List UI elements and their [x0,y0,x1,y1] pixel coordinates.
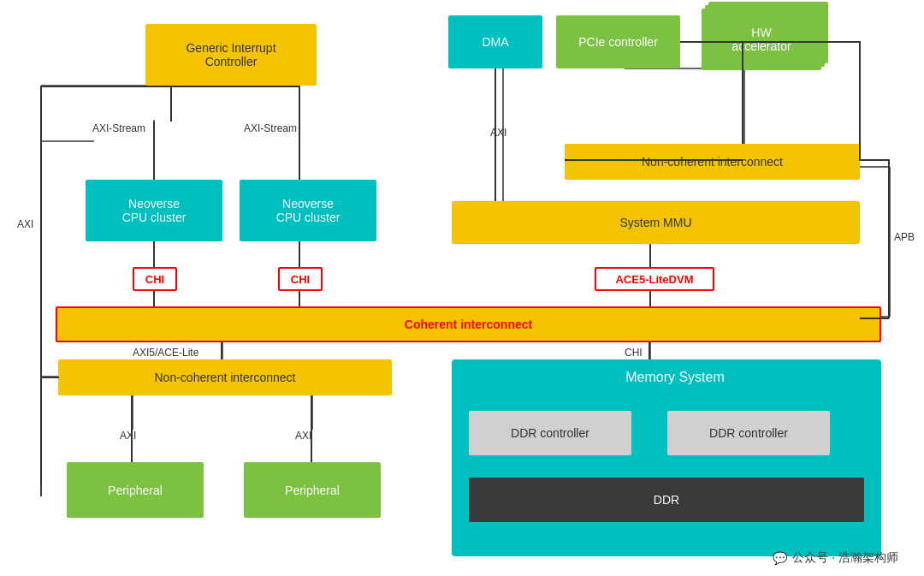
non-coherent-bottom-label: Non-coherent interconnect [155,371,296,384]
axi-top-label: AXI [490,127,506,139]
line-coherent-noncoherent [221,342,222,359]
line-pcie-right [680,41,860,43]
line-noncoherent-vert [742,41,743,144]
line-cpu2-chi [299,241,300,267]
line-noncoh-peripheral1 [131,395,133,462]
chi2-badge: CHI [278,267,323,291]
line-apb-vert [888,159,890,318]
peripheral1-box: Peripheral [67,462,204,518]
line-gic-left [170,86,172,122]
line-cpu1-chi [153,241,155,267]
line-axi-gic [40,86,171,87]
cpu2-box: NeoverseCPU cluster [240,180,376,241]
dma-label: DMA [482,35,508,49]
line-dma-mmu [495,68,496,201]
ddr-label: DDR [654,493,679,507]
axi-stream1-label: AXI-Stream [92,122,145,134]
system-mmu-label: System MMU [620,216,692,229]
peripheral2-box: Peripheral [244,462,381,518]
line-chi1-coherent [153,291,155,306]
line-cpu2-top [299,122,300,180]
line-apb-top [860,159,889,161]
watermark-text: 公众号 · 浩瀚架构师 [792,550,898,566]
chi1-badge: CHI [133,267,177,291]
non-coherent-top-label: Non-coherent interconnect [642,155,783,169]
line-gic-top [170,86,300,87]
line-noncoh-peripheral2 [311,395,312,462]
line-right-vert [859,41,861,161]
non-coherent-bottom-box: Non-coherent interconnect [58,359,392,395]
pcie-label: PCIe controller [578,35,658,49]
pcie-box: PCIe controller [556,15,680,68]
line-axi-left-main [40,86,42,484]
non-coherent-top-box: Non-coherent interconnect [565,144,860,180]
ddr-ctrl2-box: DDR controller [667,411,830,455]
axi5-ace-label: AXI5/ACE-Lite [133,347,198,359]
cpu1-label: NeoverseCPU cluster [122,197,187,224]
line-axi-noncoherent [40,377,59,378]
peripheral2-label: Peripheral [285,484,340,497]
watermark: 💬 公众号 · 浩瀚架构师 [773,550,898,566]
ddr-ctrl2-label: DDR controller [709,426,788,440]
hw-accel-label: HWaccelerator [732,26,791,53]
line-mmu-ace5 [649,244,651,267]
system-mmu-box: System MMU [452,201,860,244]
hw-accel-stacked: HWaccelerator [702,9,821,70]
line-apb-bottom [860,318,889,319]
line-noncoherent-horiz [565,159,743,161]
line-coherent-memory [649,342,650,359]
ddr-ctrl1-label: DDR controller [511,426,589,440]
line-cpu1-top [153,122,155,180]
line-gic-right [299,86,300,122]
coherent-interconnect-label: Coherent interconnect [405,318,532,331]
line-ace5-coherent [649,291,651,306]
line-chi2-coherent [299,291,300,306]
chi-bottom-label: CHI [625,347,643,359]
watermark-icon: 💬 [773,551,787,565]
axi-stream2-label: AXI-Stream [244,122,297,134]
coherent-interconnect-box: Coherent interconnect [56,306,881,342]
apb-label: APB [894,231,915,243]
peripheral1-label: Peripheral [108,484,163,497]
memory-system-box: Memory System [452,359,881,556]
axi-left-label: AXI [17,218,33,230]
axi-bottom-left-label: AXI [120,430,136,442]
ace5-badge: ACE5-LiteDVM [595,267,714,291]
memory-system-label: Memory System [625,370,725,385]
gic-label: Generic InterruptController [186,41,275,68]
diagram-container: Generic InterruptController AXI-Stream A… [0,0,924,576]
cpu2-label: NeoverseCPU cluster [276,197,341,224]
dma-box: DMA [448,15,542,68]
cpu1-box: NeoverseCPU cluster [86,180,222,241]
axi-bottom-right-label: AXI [295,430,311,442]
ddr-box: DDR [469,478,864,522]
ddr-ctrl1-box: DDR controller [469,411,631,455]
gic-box: Generic InterruptController [145,24,317,86]
